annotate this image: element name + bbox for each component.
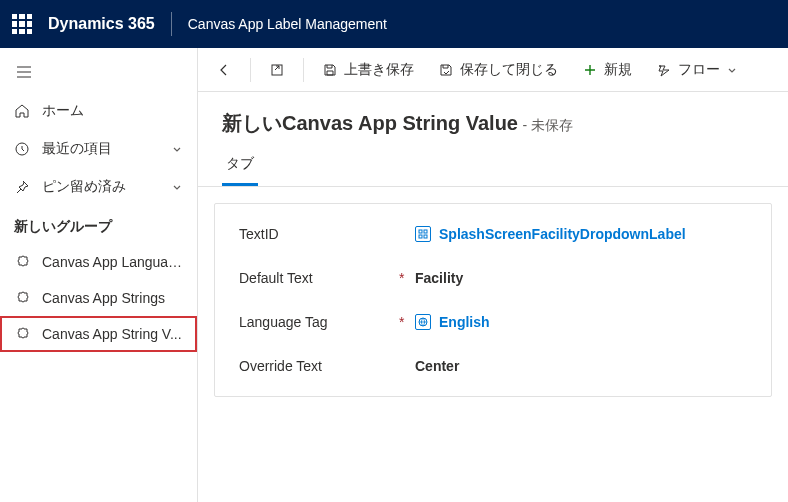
textid-value: SplashScreenFacilityDropdownLabel [439, 226, 686, 242]
language-tag-lookup[interactable]: English [415, 314, 747, 330]
clock-icon [14, 141, 30, 157]
command-separator [250, 58, 251, 82]
new-label: 新規 [604, 61, 632, 79]
save-label: 上書き保存 [344, 61, 414, 79]
language-tag-value: English [439, 314, 490, 330]
sidebar-item-languages[interactable]: Canvas App Languag... [0, 244, 197, 280]
nav-recent-label: 最近の項目 [42, 140, 159, 158]
chevron-down-icon [171, 143, 183, 155]
field-language-tag: Language Tag * English [215, 300, 771, 344]
puzzle-icon [14, 254, 30, 270]
command-separator [303, 58, 304, 82]
field-default-text: Default Text * Facility [215, 256, 771, 300]
home-icon [14, 103, 30, 119]
puzzle-icon [14, 326, 30, 342]
field-label: TextID [239, 226, 399, 242]
content-area: 上書き保存 保存して閉じる 新規 フロー 新しいCanvas App Strin… [198, 48, 788, 502]
field-override-text: Override Text Center [215, 344, 771, 388]
default-text-input[interactable]: Facility [415, 270, 747, 286]
brand-name: Dynamics 365 [48, 15, 155, 33]
sidebar-item-string-values[interactable]: Canvas App String V... [0, 316, 197, 352]
field-textid: TextID SplashScreenFacilityDropdownLabel [215, 212, 771, 256]
svg-rect-5 [424, 235, 427, 238]
app-launcher-icon[interactable] [12, 14, 32, 34]
header-divider [171, 12, 172, 36]
textid-lookup[interactable]: SplashScreenFacilityDropdownLabel [415, 226, 747, 242]
chevron-down-icon [726, 64, 738, 76]
save-close-icon [438, 62, 454, 78]
sidebar-item-label: Canvas App Languag... [42, 254, 183, 270]
flow-label: フロー [678, 61, 720, 79]
field-label: Override Text [239, 358, 399, 374]
pin-icon [14, 179, 30, 195]
app-name: Canvas App Label Management [188, 16, 387, 32]
page-title: 新しいCanvas App String Value [222, 112, 518, 134]
tab-main[interactable]: タブ [222, 145, 258, 186]
command-bar: 上書き保存 保存して閉じる 新規 フロー [198, 48, 788, 92]
flow-icon [656, 62, 672, 78]
nav-recent[interactable]: 最近の項目 [0, 130, 197, 168]
svg-rect-2 [419, 230, 422, 233]
override-text-input[interactable]: Center [415, 358, 747, 374]
page-header: 新しいCanvas App String Value - 未保存 [198, 92, 788, 145]
required-marker: * [399, 270, 415, 286]
lookup-icon [415, 314, 431, 330]
default-text-value: Facility [415, 270, 463, 286]
nav-home[interactable]: ホーム [0, 92, 197, 130]
nav-pinned-label: ピン留め済み [42, 178, 159, 196]
chevron-down-icon [171, 181, 183, 193]
back-button[interactable] [206, 56, 242, 84]
save-button[interactable]: 上書き保存 [312, 55, 424, 85]
open-new-window-button[interactable] [259, 56, 295, 84]
flow-button[interactable]: フロー [646, 55, 748, 85]
form-card: TextID SplashScreenFacilityDropdownLabel… [214, 203, 772, 397]
arrow-left-icon [216, 62, 232, 78]
svg-rect-3 [424, 230, 427, 233]
plus-icon [582, 62, 598, 78]
form-tabs: タブ [198, 145, 788, 187]
new-button[interactable]: 新規 [572, 55, 642, 85]
save-close-label: 保存して閉じる [460, 61, 558, 79]
sidebar-group-header: 新しいグループ [0, 206, 197, 244]
svg-rect-4 [419, 235, 422, 238]
override-text-value: Center [415, 358, 459, 374]
nav-home-label: ホーム [42, 102, 183, 120]
required-marker: * [399, 314, 415, 330]
save-close-button[interactable]: 保存して閉じる [428, 55, 568, 85]
field-label: Language Tag [239, 314, 399, 330]
field-label: Default Text [239, 270, 399, 286]
puzzle-icon [14, 290, 30, 306]
sidebar-item-strings[interactable]: Canvas App Strings [0, 280, 197, 316]
save-icon [322, 62, 338, 78]
popout-icon [269, 62, 285, 78]
top-header-bar: Dynamics 365 Canvas App Label Management [0, 0, 788, 48]
nav-pinned[interactable]: ピン留め済み [0, 168, 197, 206]
sidebar-item-label: Canvas App String V... [42, 326, 183, 342]
sidebar-item-label: Canvas App Strings [42, 290, 183, 306]
sidebar: ホーム 最近の項目 ピン留め済み 新しいグループ Canvas App Lang… [0, 48, 198, 502]
hamburger-toggle[interactable] [0, 56, 197, 92]
page-status: - 未保存 [522, 117, 573, 133]
lookup-icon [415, 226, 431, 242]
